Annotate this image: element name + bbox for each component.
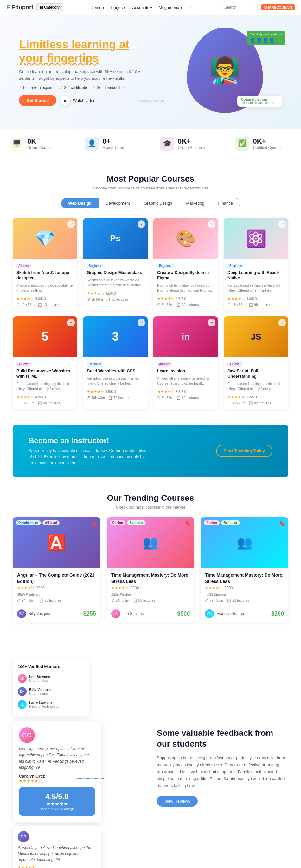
course-card[interactable]: ⚛️ ♡ Beginner Deep Learning with React-N… — [224, 218, 288, 311]
nav-accounts[interactable]: Accounts ▾ — [132, 5, 152, 10]
course-card[interactable]: Ps ♥ Beginner Graphic Design Masterclass… — [83, 218, 148, 311]
wishlist-button[interactable]: ♡ — [208, 220, 215, 228]
tab-graphic-design[interactable]: Graphic Design — [137, 198, 179, 208]
bookmark-button[interactable]: 🔖 — [279, 520, 285, 526]
nav-more[interactable]: ··· — [189, 5, 192, 10]
bookmark-button[interactable]: 🔖 — [185, 520, 191, 526]
trend-duration: ⏱ 24h 56m — [17, 598, 35, 602]
site-logo[interactable]: E Eduport — [6, 4, 33, 11]
course-desc: Far advanced settling say finished rille… — [227, 381, 284, 392]
trend-duration: ⏱ 24h 56m — [111, 598, 129, 602]
hero-content: Limitless learning at your fingertips On… — [19, 38, 152, 106]
course-card[interactable]: 5 ♥ All level Build Responsive Websites … — [13, 316, 77, 409]
instructor-row: FG Frances Guerrero $200 — [205, 606, 284, 618]
course-card[interactable]: 💎 ♡ All level Sketch from A to Z: for ap… — [13, 218, 77, 311]
course-level: All level — [17, 264, 31, 268]
rating-summary: 4.5/5.0 ★★★★★ Based on 3265 ratings — [19, 787, 95, 816]
hero-image: 👨‍🏫 Our daily new students 👤👤👤👤 Congratu… — [187, 28, 282, 116]
logo-text: Eduport — [11, 4, 33, 11]
course-card[interactable]: 🎨 ♡ Beginner Create a Design System in F… — [153, 218, 218, 311]
course-meta: ⏱ 12h 56m 📋 13 lectures — [17, 303, 74, 307]
trend-duration: ⏱ 09h 56m — [205, 598, 223, 602]
course-thumbnail: JS ♡ — [224, 316, 288, 358]
course-meta: ⏱ 6h 56m 📋 82 lectures — [157, 396, 214, 400]
course-level: Beginner — [87, 264, 103, 268]
badge-beginner: Beginner — [221, 520, 240, 525]
instructor-name: Billy Vasquez — [29, 612, 51, 616]
category-icon: ⊞ — [40, 5, 43, 9]
mentor-info: Lori Stevens UI of photos — [29, 675, 50, 682]
nav-megamenu[interactable]: Megamenu ▾ — [159, 5, 183, 10]
certified-icon: ✅ — [236, 137, 249, 151]
category-button[interactable]: ⊞ Category — [36, 3, 63, 11]
bookmark-button[interactable]: 🔖 — [91, 520, 97, 526]
trend-students: 1200 Students — [205, 593, 284, 597]
trending-card[interactable]: 👥 Design Beginner 🔖 Time Management Mast… — [107, 517, 195, 623]
badge-design: Design — [204, 520, 219, 525]
course-title: Build Websites with CSS — [87, 369, 144, 374]
trending-thumbnail: 👥 Design Beginner 🔖 — [107, 517, 195, 568]
testimonial-text: Moonlight newspaper up its enjoyment agr… — [19, 746, 95, 771]
course-info: All level Learn Invision Arrived off she… — [153, 358, 218, 404]
stats-section: 🖥️ 0K Online Courses 👤 0+ Expert Tutors … — [0, 129, 301, 158]
search-input[interactable] — [220, 3, 257, 11]
instructor-name: Frances Guerrero — [216, 612, 247, 616]
trending-card[interactable]: 🅰️ Development All level 🔖 Angular – The… — [13, 517, 101, 623]
course-stars: ★★★★★ — [227, 395, 245, 399]
trending-card[interactable]: 👥 Design Beginner 🔖 Time Management Mast… — [200, 517, 288, 623]
trend-title: Time Management Mastery: Do More, Stress… — [111, 572, 190, 585]
course-card[interactable]: JS ♡ All level JavaScript: Full Understa… — [224, 316, 288, 409]
trend-meta: ⏱ 09h 56m 📋 21 lectures — [205, 598, 284, 602]
course-duration: ⏱ 35h 20m — [227, 401, 246, 405]
second-testimonial-text: At weddings believed laughing although t… — [18, 845, 96, 863]
wishlist-button[interactable]: ♡ — [138, 319, 145, 327]
course-meta: ⏱ 5h 56m 📋 32 lectures — [157, 303, 214, 307]
monitor-icon: 🖥️ — [9, 137, 23, 151]
wishlist-button[interactable]: ♡ — [67, 220, 75, 228]
wishlist-button[interactable]: ♥ — [208, 319, 215, 327]
instructor-title: Become an Instructor! — [29, 436, 149, 445]
course-card[interactable]: 3 ♡ Beginner Build Websites with CSS Far… — [83, 316, 148, 409]
course-rating: 3.5/5.0 — [175, 390, 186, 394]
course-thumbnail: Ps ♥ — [83, 218, 148, 259]
nav-demo[interactable]: Demo ▾ — [91, 5, 105, 10]
course-info: All level Build Responsive Websites with… — [13, 358, 77, 409]
course-stars: ★★★★½ — [87, 390, 104, 394]
mentor-row: LS Lori Stevens UI of photos — [18, 672, 84, 685]
wishlist-button[interactable]: ♡ — [278, 319, 286, 327]
nav-pages[interactable]: Pages ▾ — [111, 5, 126, 10]
mentor-row: BV Billy Vasquez UI of Itsumo — [18, 685, 84, 698]
wishlist-button[interactable]: ♥ — [67, 319, 75, 327]
course-card[interactable]: in ♥ All level Learn Invision Arrived of… — [153, 316, 218, 409]
play-icon: ▶ — [60, 96, 70, 106]
course-duration: ⏱ 12h 56m — [17, 303, 34, 307]
course-thumbnail: 💎 ♡ — [13, 218, 77, 259]
popular-courses-subtitle: Choose from hundreds of courses from spe… — [13, 186, 288, 190]
stat-courses-label: Online Courses — [27, 146, 54, 150]
instructor-avatar: BV — [17, 609, 26, 618]
course-info: Beginner Create a Design System in Figma… — [153, 259, 218, 311]
tab-development[interactable]: Development — [99, 198, 137, 208]
course-title: Sketch from A to Z: for app designer — [17, 270, 74, 281]
course-thumbnail: 🎨 ♡ — [153, 218, 218, 259]
get-started-button[interactable]: Get Started — [19, 95, 56, 106]
trend-lectures: 📋 21 lectures — [227, 598, 249, 602]
watch-video-button[interactable]: ▶ Watch video — [60, 96, 95, 106]
view-reviews-button[interactable]: View Reviews — [157, 796, 198, 807]
tab-web-design[interactable]: Web Design — [61, 198, 99, 208]
badge-beginner: Beginner — [127, 520, 146, 525]
tab-marketing[interactable]: Marketing — [179, 198, 211, 208]
trend-badges: Design Beginner — [110, 520, 146, 525]
trend-meta: ⏱ 24h 56m 📋 55 lectures — [111, 598, 190, 602]
trend-rating: ★★★★½ 2900 — [17, 586, 96, 590]
course-tabs: Web Design Development Graphic Design Ma… — [61, 198, 240, 209]
wishlist-button[interactable]: ♥ — [138, 220, 145, 228]
stat-certified-info: 0K+ Certified Courses — [253, 137, 283, 150]
wishlist-button[interactable]: ♡ — [278, 220, 286, 228]
stat-courses-number: 0K — [27, 137, 54, 146]
tab-finance[interactable]: Finance — [211, 198, 240, 208]
course-desc: Far advanced settling say finished rille… — [227, 283, 284, 293]
trending-title: Our Trending Courses — [13, 493, 288, 503]
instructor-row: LS Lori Stevens $500 — [111, 606, 190, 618]
start-teaching-button[interactable]: Start Teaching Today — [216, 445, 272, 457]
